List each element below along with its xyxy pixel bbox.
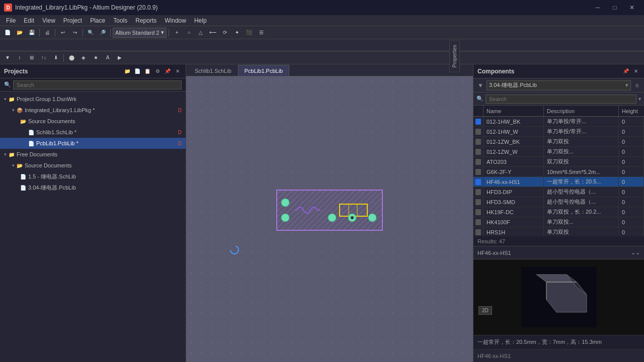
menu-item-tools[interactable]: Tools: [109, 16, 131, 25]
panel-close[interactable]: ✕: [174, 67, 182, 75]
comp-row-0[interactable]: 012-1HW_BK 单刀单投/常开... 0: [473, 117, 644, 127]
copper-btn[interactable]: ◈: [78, 53, 89, 63]
panel-icon1[interactable]: 📁: [123, 67, 131, 75]
editor-tab-0[interactable]: Schlib1.SchLib: [188, 65, 238, 76]
menu-item-reports[interactable]: Reports: [131, 16, 160, 25]
tree-item-3[interactable]: 📄Schlib1.SchLib *D: [0, 127, 186, 138]
comp-height-5: 0: [619, 167, 644, 176]
tool1[interactable]: +: [171, 28, 182, 38]
tool3[interactable]: △: [195, 28, 206, 38]
new-button[interactable]: 📄: [2, 28, 13, 38]
pad-btn[interactable]: ⬤: [66, 53, 77, 63]
tree-item-0[interactable]: ▾📁Project Group 1.DsnWrk: [0, 94, 186, 105]
menu-item-help[interactable]: Help: [190, 16, 211, 25]
save-button[interactable]: 💾: [26, 28, 37, 38]
panel-icon3[interactable]: 📋: [143, 67, 151, 75]
projects-search-input[interactable]: [13, 80, 182, 89]
comp-search-row: 🔍 ▾: [473, 93, 644, 106]
comp-search-input[interactable]: [486, 95, 636, 104]
editor-tabbar: [0, 39, 644, 51]
tree-item-7[interactable]: 📄1.5 - 继电器.SchLib: [0, 171, 186, 182]
menu-item-view[interactable]: View: [38, 16, 59, 25]
minimize-button[interactable]: ─: [590, 3, 606, 13]
comp-name-4: ATO203: [484, 157, 544, 166]
tool7[interactable]: ⬛: [244, 28, 255, 38]
comp-search-expand[interactable]: ▾: [638, 96, 641, 102]
menu-item-place[interactable]: Place: [86, 16, 109, 25]
comp-row-7[interactable]: HFD3-DIP 超小型号控电器（... 0: [473, 187, 644, 197]
comp-library-dropdown[interactable]: 3.04-继电器.PcbLib ▾: [487, 80, 631, 90]
print-button[interactable]: 🖨: [42, 28, 53, 38]
fab-btn[interactable]: ⬇: [50, 53, 61, 63]
comp-desc-6: 一超常开，长：20.5...: [544, 177, 619, 187]
comp-row-9[interactable]: HK19F-DC 单刀双投，长：20.2... 0: [473, 207, 644, 217]
tool2[interactable]: ○: [183, 28, 194, 38]
comp-pin[interactable]: 📌: [622, 67, 630, 75]
interactive-btn[interactable]: ⊞: [26, 53, 37, 63]
comp-row-3[interactable]: 012-1ZW_W 单刀双投... 0: [473, 147, 644, 157]
comp-row-10[interactable]: HK4100F 单刀双投... 0: [473, 217, 644, 227]
redo-button[interactable]: ↪: [69, 28, 80, 38]
comp-desc-9: 单刀双投，长：20.2...: [544, 207, 619, 217]
comp-table-header: Name Description Height: [473, 106, 644, 117]
col-height[interactable]: Height: [619, 106, 644, 116]
restore-button[interactable]: □: [607, 3, 623, 13]
pcb-canvas[interactable]: [186, 76, 473, 362]
comp-desc-10: 单刀双投...: [544, 217, 619, 227]
tree-item-1[interactable]: ▾📦Integrated_Library1.LibPkg *D: [0, 105, 186, 116]
comp-row-6[interactable]: HF46-xx-HS1 一超常开，长：20.5... 0: [473, 177, 644, 187]
zoom-out-button[interactable]: 🔎: [97, 28, 108, 38]
standard-dropdown[interactable]: Altium Standard 2 ▾: [113, 28, 167, 38]
filter-btn[interactable]: ▼: [2, 53, 13, 63]
zoom-in-button[interactable]: 🔍: [85, 28, 96, 38]
comp-row-8[interactable]: HFD3-SMD 超小型号控电器（... 0: [473, 197, 644, 207]
comp-row-5[interactable]: G6K-2F-Y 10mm*6.5mm*5.2m... 0: [473, 167, 644, 177]
comp-height-1: 0: [619, 127, 644, 136]
close-button[interactable]: ✕: [624, 3, 640, 13]
comp-row-11[interactable]: HRS1H 单刀双投 0: [473, 227, 644, 236]
panel-pin[interactable]: 📌: [164, 67, 172, 75]
tool5[interactable]: ⟳: [219, 28, 230, 38]
comp-row-2[interactable]: 012-1ZW_BK 单刀双投 0: [473, 137, 644, 147]
tree-item-2[interactable]: 📂Source Documents: [0, 116, 186, 127]
tree-item-8[interactable]: 📄3.04-继电器.PcbLib: [0, 182, 186, 193]
comp-name-2: 012-1ZW_BK: [484, 137, 544, 146]
tree-item-6[interactable]: ▾📂Source Documents: [0, 160, 186, 171]
undo-button[interactable]: ↩: [57, 28, 68, 38]
route-btn[interactable]: ↕: [14, 53, 25, 63]
comp-height-6: 0: [619, 177, 644, 187]
label-btn[interactable]: A: [102, 53, 113, 63]
col-icon[interactable]: [473, 106, 484, 116]
via-btn[interactable]: ↑↓: [38, 53, 49, 63]
comp-row-4[interactable]: ATO203 双刀双投 0: [473, 157, 644, 167]
tool4[interactable]: ⟵: [207, 28, 218, 38]
editor-tab-1[interactable]: PcbLib1.PcbLib: [238, 65, 289, 76]
comp-menu-btn[interactable]: ≡: [633, 81, 641, 89]
comp-close[interactable]: ✕: [632, 67, 640, 75]
tree-item-5[interactable]: ▾📁Free Documents: [0, 149, 186, 160]
star-btn[interactable]: ★: [90, 53, 101, 63]
col-name[interactable]: Name: [484, 106, 544, 116]
menu-item-window[interactable]: Window: [160, 16, 190, 25]
menu-item-project[interactable]: Project: [59, 16, 86, 25]
preview-2d-button[interactable]: 2D: [478, 306, 492, 315]
comp-row-1[interactable]: 012-1HW_W 单刀单投/常开... 0: [473, 127, 644, 137]
comp-desc-2: 单刀双投: [544, 137, 619, 146]
menu-item-edit[interactable]: Edit: [20, 16, 38, 25]
preview-footer-name: HF46·xx-HS1: [473, 349, 644, 362]
run-btn[interactable]: ▶: [114, 53, 125, 63]
preview-expand[interactable]: ⌄⌄: [631, 249, 640, 256]
col-description[interactable]: Description: [544, 106, 619, 116]
comp-height-7: 0: [619, 187, 644, 197]
panel-settings[interactable]: ⚙: [153, 67, 162, 75]
comp-name-8: HFD3-SMD: [484, 197, 544, 207]
tool8[interactable]: ☰: [256, 28, 267, 38]
menu-item-file[interactable]: File: [2, 16, 20, 25]
panel-icon2[interactable]: 📄: [133, 67, 141, 75]
tool6[interactable]: ✦: [231, 28, 243, 38]
comp-name-1: 012-1HW_W: [484, 127, 544, 136]
open-button[interactable]: 📂: [14, 28, 25, 38]
menubar: FileEditViewProjectPlaceToolsReportsWind…: [0, 15, 644, 26]
tree-item-4[interactable]: 📄PcbLib1.PcbLib *D: [0, 138, 186, 149]
vert-tab-0[interactable]: Properties: [449, 40, 460, 72]
